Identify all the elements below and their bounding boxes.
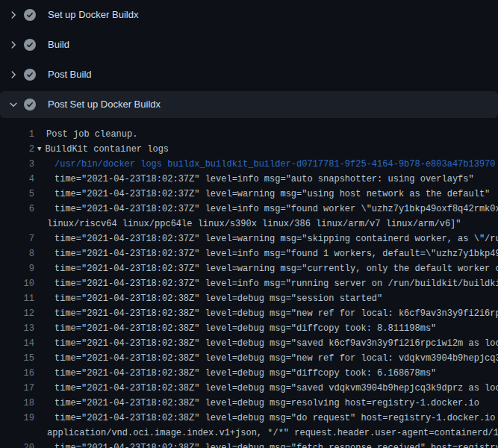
line-number[interactable]: 20 — [0, 441, 34, 448]
log-command-text: /usr/bin/docker logs buildx_buildkit_bui… — [34, 157, 496, 172]
log-text: time="2021-04-23T18:02:38Z" level=debug … — [34, 411, 498, 426]
log-line: 15time="2021-04-23T18:02:38Z" level=debu… — [0, 351, 498, 366]
log-text: time="2021-04-23T18:02:38Z" level=debug … — [34, 321, 436, 336]
log-text: linux/riscv64 linux/ppc64le linux/s390x … — [34, 217, 461, 231]
log-text: ▼BuildKit container logs — [34, 142, 169, 157]
line-number — [0, 426, 34, 441]
log-text: Post job cleanup. — [34, 127, 137, 142]
chevron-right-icon[interactable] — [7, 39, 19, 51]
chevron-right-icon[interactable] — [7, 69, 19, 81]
line-number — [0, 217, 34, 231]
line-number[interactable]: 4 — [0, 172, 34, 187]
check-circle-icon — [24, 39, 36, 51]
line-number[interactable]: 17 — [0, 381, 34, 396]
log-text: time="2021-04-23T18:02:37Z" level=warnin… — [34, 261, 498, 276]
line-number[interactable]: 7 — [0, 231, 34, 246]
log-text: time="2021-04-23T18:02:37Z" level=info m… — [34, 202, 498, 217]
log-line: 4time="2021-04-23T18:02:37Z" level=info … — [0, 172, 498, 187]
group-collapse-toggle-icon[interactable]: ▼ — [37, 146, 41, 153]
log-text: time="2021-04-23T18:02:37Z" level=info m… — [34, 276, 498, 291]
check-circle-icon — [24, 69, 36, 81]
log-line: 20time="2021-04-23T18:02:38Z" level=debu… — [0, 441, 498, 448]
line-number[interactable]: 10 — [0, 276, 34, 291]
line-number[interactable]: 2 — [0, 142, 34, 157]
log-text: time="2021-04-23T18:02:38Z" level=debug … — [34, 306, 498, 321]
line-number[interactable]: 12 — [0, 306, 34, 321]
chevron-down-icon[interactable] — [7, 99, 19, 111]
step-label: Set up Docker Buildx — [48, 9, 138, 21]
log-text: time="2021-04-23T18:02:38Z" level=debug … — [34, 441, 498, 448]
log-text: application/vnd.oci.image.index.v1+json,… — [34, 426, 498, 441]
log-line: 11time="2021-04-23T18:02:38Z" level=debu… — [0, 291, 498, 306]
line-number[interactable]: 6 — [0, 202, 34, 217]
line-number[interactable]: 11 — [0, 291, 34, 306]
log-line: 13time="2021-04-23T18:02:38Z" level=debu… — [0, 321, 498, 336]
check-circle-icon — [24, 9, 36, 21]
log-line: linux/riscv64 linux/ppc64le linux/s390x … — [0, 217, 498, 231]
group-title: BuildKit container logs — [45, 144, 169, 155]
log-text: time="2021-04-23T18:02:37Z" level=warnin… — [34, 231, 498, 246]
log-text: time="2021-04-23T18:02:38Z" level=debug … — [34, 396, 479, 411]
log-line: 9time="2021-04-23T18:02:37Z" level=warni… — [0, 261, 498, 276]
step-label: Build — [48, 39, 69, 51]
log-line: 1Post job cleanup. — [0, 127, 498, 142]
log-line: 14time="2021-04-23T18:02:38Z" level=debu… — [0, 336, 498, 351]
log-text: time="2021-04-23T18:02:38Z" level=debug … — [34, 291, 382, 306]
step-header-post-set-up-docker-buildx[interactable]: Post Set up Docker Buildx — [0, 91, 498, 118]
log-text: time="2021-04-23T18:02:38Z" level=debug … — [34, 351, 498, 366]
log-text: time="2021-04-23T18:02:37Z" level=warnin… — [34, 187, 490, 202]
line-number[interactable]: 16 — [0, 366, 34, 381]
line-number[interactable]: 9 — [0, 261, 34, 276]
log-text: time="2021-04-23T18:02:38Z" level=debug … — [34, 336, 498, 351]
log-line: 3/usr/bin/docker logs buildx_buildkit_bu… — [0, 157, 498, 172]
step-header-set-up-docker-buildx[interactable]: Set up Docker Buildx — [0, 0, 498, 30]
chevron-right-icon[interactable] — [7, 9, 19, 21]
steps-list: Set up Docker BuildxBuildPost BuildPost … — [0, 0, 498, 118]
line-number[interactable]: 8 — [0, 246, 34, 261]
line-number[interactable]: 18 — [0, 396, 34, 411]
log-line: 10time="2021-04-23T18:02:37Z" level=info… — [0, 276, 498, 291]
log-line: application/vnd.oci.image.index.v1+json,… — [0, 426, 498, 441]
log-text: time="2021-04-23T18:02:37Z" level=info m… — [34, 246, 498, 261]
line-number[interactable]: 15 — [0, 351, 34, 366]
log-text: time="2021-04-23T18:02:38Z" level=debug … — [34, 366, 436, 381]
log-line: 12time="2021-04-23T18:02:38Z" level=debu… — [0, 306, 498, 321]
line-number[interactable]: 14 — [0, 336, 34, 351]
line-number[interactable]: 5 — [0, 187, 34, 202]
log-line: 16time="2021-04-23T18:02:38Z" level=debu… — [0, 366, 498, 381]
log-line: 2▼BuildKit container logs — [0, 142, 498, 157]
step-label: Post Build — [48, 69, 92, 81]
step-header-post-build[interactable]: Post Build — [0, 60, 498, 90]
line-number[interactable]: 3 — [0, 157, 34, 172]
line-number[interactable]: 19 — [0, 411, 34, 426]
log-line: 18time="2021-04-23T18:02:38Z" level=debu… — [0, 396, 498, 411]
log-line: 5time="2021-04-23T18:02:37Z" level=warni… — [0, 187, 498, 202]
line-number[interactable]: 13 — [0, 321, 34, 336]
check-circle-icon — [24, 99, 36, 111]
log-line: 19time="2021-04-23T18:02:38Z" level=debu… — [0, 411, 498, 426]
step-label: Post Set up Docker Buildx — [48, 99, 161, 111]
log-viewer: 1Post job cleanup.2▼BuildKit container l… — [0, 119, 498, 448]
log-line: 8time="2021-04-23T18:02:37Z" level=info … — [0, 246, 498, 261]
log-line: 7time="2021-04-23T18:02:37Z" level=warni… — [0, 231, 498, 246]
line-number[interactable]: 1 — [0, 127, 34, 142]
log-line: 17time="2021-04-23T18:02:38Z" level=debu… — [0, 381, 498, 396]
step-header-build[interactable]: Build — [0, 30, 498, 60]
log-text: time="2021-04-23T18:02:37Z" level=info m… — [34, 172, 474, 187]
log-text: time="2021-04-23T18:02:38Z" level=debug … — [34, 381, 498, 396]
log-line: 6time="2021-04-23T18:02:37Z" level=info … — [0, 202, 498, 217]
